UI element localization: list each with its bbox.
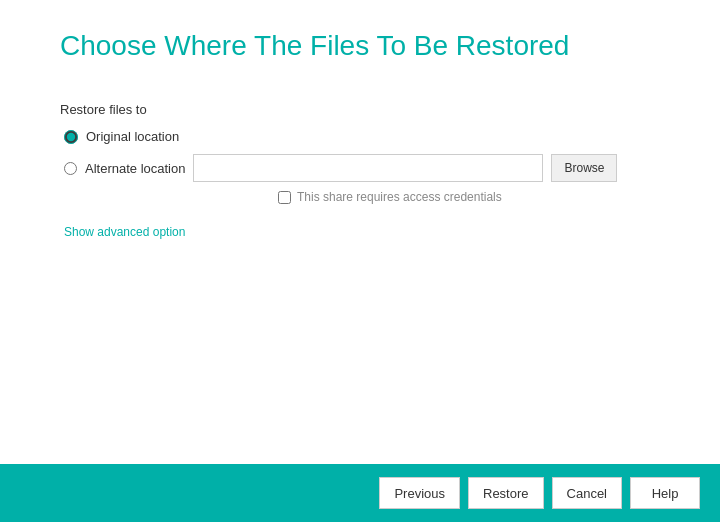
restore-button[interactable]: Restore bbox=[468, 477, 544, 509]
credentials-checkbox[interactable] bbox=[278, 191, 291, 204]
credentials-checkbox-row: This share requires access credentials bbox=[278, 190, 660, 204]
main-content: Choose Where The Files To Be Restored Re… bbox=[0, 0, 720, 464]
cancel-button[interactable]: Cancel bbox=[552, 477, 622, 509]
alternate-location-label: Alternate location bbox=[85, 161, 185, 176]
alternate-location-radio[interactable] bbox=[64, 162, 77, 175]
alternate-location-input[interactable] bbox=[193, 154, 543, 182]
original-location-radio[interactable] bbox=[64, 130, 78, 144]
radio-group: Original location Alternate location Bro… bbox=[64, 129, 660, 182]
page-title: Choose Where The Files To Be Restored bbox=[60, 30, 660, 62]
alternate-location-row: Alternate location Browse bbox=[64, 154, 660, 182]
restore-files-label: Restore files to bbox=[60, 102, 660, 117]
original-location-row: Original location bbox=[64, 129, 660, 144]
advanced-link-container: Show advanced option bbox=[64, 222, 660, 240]
help-button[interactable]: Help bbox=[630, 477, 700, 509]
footer-bar: Previous Restore Cancel Help bbox=[0, 464, 720, 522]
form-section: Restore files to Original location Alter… bbox=[60, 102, 660, 240]
previous-button[interactable]: Previous bbox=[379, 477, 460, 509]
show-advanced-link[interactable]: Show advanced option bbox=[64, 225, 185, 239]
original-location-label: Original location bbox=[86, 129, 179, 144]
browse-button[interactable]: Browse bbox=[551, 154, 617, 182]
credentials-label: This share requires access credentials bbox=[297, 190, 502, 204]
